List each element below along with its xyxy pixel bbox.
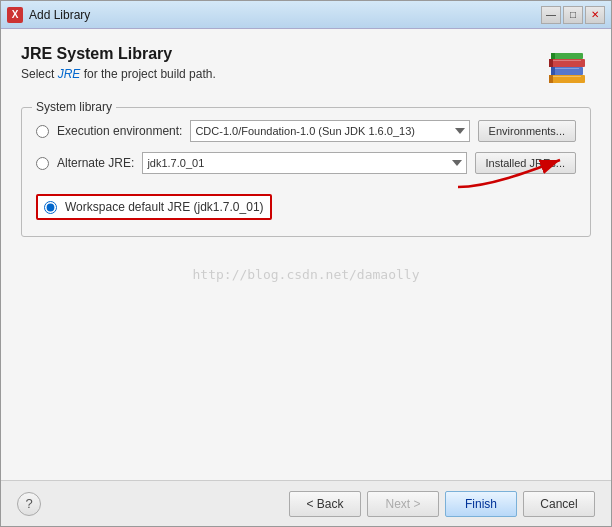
execution-env-label: Execution environment: — [57, 124, 182, 138]
help-button[interactable]: ? — [17, 492, 41, 516]
page-title: JRE System Library — [21, 45, 216, 63]
next-button[interactable]: Next > — [367, 491, 439, 517]
environments-button[interactable]: Environments... — [478, 120, 576, 142]
workspace-default-row: Workspace default JRE (jdk1.7.0_01) — [36, 194, 272, 220]
system-library-group: System library Execution environment: CD… — [21, 107, 591, 237]
group-label: System library — [32, 100, 116, 114]
window-title: Add Library — [29, 8, 541, 22]
window-controls: — □ ✕ — [541, 6, 605, 24]
window-icon: X — [7, 7, 23, 23]
svg-rect-7 — [551, 53, 555, 59]
svg-rect-5 — [551, 67, 555, 75]
execution-env-radio[interactable] — [36, 125, 49, 138]
svg-rect-8 — [553, 76, 581, 77]
svg-rect-10 — [553, 60, 581, 61]
svg-rect-9 — [555, 68, 579, 69]
svg-rect-4 — [549, 75, 553, 83]
workspace-default-label: Workspace default JRE (jdk1.7.0_01) — [65, 200, 264, 214]
red-arrow-icon — [448, 152, 568, 192]
svg-rect-6 — [549, 59, 553, 67]
execution-env-dropdown[interactable]: CDC-1.0/Foundation-1.0 (Sun JDK 1.6.0_13… — [190, 120, 469, 142]
page-description: Select JRE for the project build path. — [21, 67, 216, 81]
alternate-jre-dropdown[interactable]: jdk1.7.0_01 — [142, 152, 466, 174]
header-text: JRE System Library Select JRE for the pr… — [21, 45, 216, 81]
back-button[interactable]: < Back — [289, 491, 361, 517]
execution-env-row: Execution environment: CDC-1.0/Foundatio… — [36, 120, 576, 142]
footer: ? < Back Next > Finish Cancel — [1, 480, 611, 526]
cancel-button[interactable]: Cancel — [523, 491, 595, 517]
finish-button[interactable]: Finish — [445, 491, 517, 517]
alternate-jre-radio[interactable] — [36, 157, 49, 170]
header-section: JRE System Library Select JRE for the pr… — [21, 45, 591, 93]
book-icon — [543, 45, 591, 93]
minimize-button[interactable]: — — [541, 6, 561, 24]
maximize-button[interactable]: □ — [563, 6, 583, 24]
close-button[interactable]: ✕ — [585, 6, 605, 24]
add-library-window: X Add Library — □ ✕ JRE System Library S… — [0, 0, 612, 527]
alternate-jre-label: Alternate JRE: — [57, 156, 134, 170]
svg-rect-3 — [551, 53, 583, 59]
watermark: http://blog.csdn.net/damaolly — [21, 237, 591, 292]
footer-buttons: < Back Next > Finish Cancel — [289, 491, 595, 517]
title-bar: X Add Library — □ ✕ — [1, 1, 611, 29]
content-area: JRE System Library Select JRE for the pr… — [1, 29, 611, 480]
workspace-default-radio[interactable] — [44, 201, 57, 214]
